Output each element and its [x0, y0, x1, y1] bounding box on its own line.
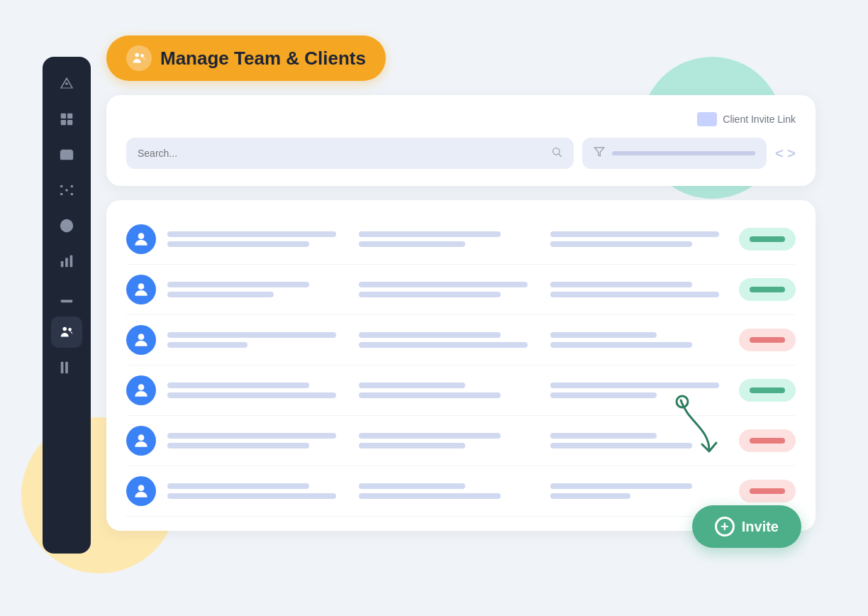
sidebar-item-team[interactable] [51, 317, 82, 348]
invite-label: Invite [742, 519, 779, 535]
top-row: Client Invite Link [126, 112, 796, 126]
status-button[interactable] [739, 429, 796, 452]
status-button[interactable] [739, 278, 796, 301]
bar [550, 292, 719, 297]
row-bars [167, 383, 728, 398]
bar [550, 392, 657, 398]
status-indicator [750, 387, 785, 393]
avatar [126, 476, 156, 506]
svg-rect-1 [61, 114, 66, 119]
bar [550, 383, 719, 388]
svg-point-5 [65, 189, 68, 192]
bar [359, 342, 528, 348]
sidebar-item-library[interactable] [51, 352, 82, 383]
avatar [126, 426, 156, 456]
sidebar-item-support[interactable] [51, 210, 82, 241]
plus-icon: + [715, 517, 735, 537]
main-content: Manage Team & Clients Client Invite Link [106, 35, 816, 531]
status-button[interactable] [739, 379, 796, 402]
bar [359, 493, 501, 499]
bar [550, 433, 657, 439]
svg-line-30 [559, 154, 562, 157]
bar [167, 332, 336, 338]
bar-group-1 [167, 483, 345, 499]
search-input[interactable] [138, 148, 544, 159]
bar-group-3 [550, 231, 728, 247]
sidebar-item-messages[interactable] [51, 139, 82, 170]
bar-group-2 [359, 433, 536, 449]
svg-point-7 [71, 185, 74, 188]
bar [550, 231, 719, 237]
svg-rect-2 [67, 114, 72, 119]
bar [167, 383, 309, 388]
list-panel: + Invite [106, 200, 816, 531]
bar [359, 231, 501, 237]
row-bars [167, 483, 728, 499]
support-icon [59, 218, 74, 233]
bar [167, 241, 309, 247]
status-button[interactable] [739, 329, 796, 351]
avatar [126, 325, 156, 355]
status-button[interactable] [739, 480, 796, 502]
svg-point-6 [60, 185, 63, 188]
client-invite-label: Client Invite Link [723, 114, 796, 125]
svg-line-11 [68, 187, 71, 189]
page-title: Manage Team & Clients [160, 48, 366, 70]
bar [359, 433, 501, 439]
list-item [126, 315, 796, 365]
sidebar-item-analytics[interactable] [51, 246, 82, 277]
bar-group-2 [359, 282, 536, 297]
sidebar-item-dashboard[interactable] [51, 104, 82, 135]
arrow-decoration [667, 393, 723, 467]
bar [550, 332, 657, 338]
bar-group-1 [167, 332, 345, 348]
bar-group-3 [550, 282, 728, 297]
svg-line-12 [63, 191, 66, 194]
search-panel-inner: Client Invite Link [126, 112, 796, 169]
bar [359, 282, 528, 287]
bar [359, 392, 501, 398]
svg-point-23 [63, 327, 67, 331]
filter-bar [612, 151, 755, 155]
list-item [126, 265, 796, 315]
bar-group-1 [167, 231, 345, 247]
svg-rect-25 [61, 362, 64, 374]
bar [359, 292, 501, 297]
invite-button[interactable]: + Invite [692, 505, 801, 548]
sidebar-item-download[interactable] [51, 281, 82, 312]
sidebar-item-network[interactable] [51, 175, 82, 206]
analytics-icon [59, 253, 74, 269]
bar [167, 493, 336, 499]
avatar [126, 224, 156, 254]
status-indicator [750, 287, 785, 292]
bar-group-1 [167, 383, 345, 398]
svg-point-0 [65, 82, 68, 85]
svg-rect-3 [61, 120, 66, 125]
bar [550, 342, 692, 348]
svg-rect-21 [65, 258, 68, 267]
row-bars [167, 332, 728, 348]
team-icon [59, 324, 74, 340]
row-bars [167, 433, 728, 449]
bar [167, 483, 309, 489]
network-icon [59, 182, 74, 198]
code-icon[interactable]: < > [775, 145, 796, 162]
bar [550, 282, 692, 287]
sidebar-item-navigation[interactable] [51, 68, 82, 99]
status-button[interactable] [739, 228, 796, 251]
bar [167, 342, 247, 348]
search-icon [551, 146, 562, 160]
library-icon [59, 360, 74, 375]
bar [167, 231, 336, 237]
list-item [126, 214, 796, 265]
bar [359, 483, 465, 489]
nav-icon [59, 76, 74, 92]
dashboard-icon [59, 111, 74, 127]
client-invite-link[interactable]: Client Invite Link [697, 112, 796, 126]
svg-point-28 [140, 54, 144, 57]
sidebar [43, 57, 91, 554]
list-item [126, 466, 796, 517]
filter-icon [594, 146, 605, 160]
svg-point-32 [138, 233, 145, 239]
svg-point-15 [64, 223, 69, 228]
